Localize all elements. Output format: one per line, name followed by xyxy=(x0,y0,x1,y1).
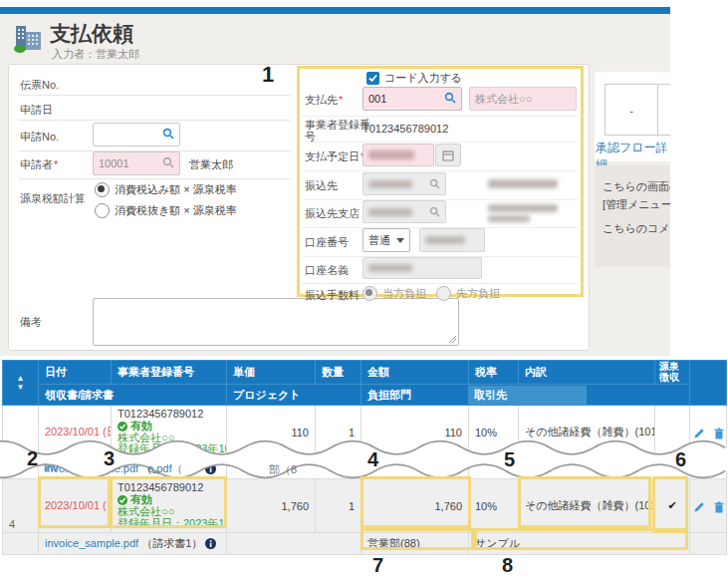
col-header-actions xyxy=(690,361,727,406)
row-withholding-check: ✔ xyxy=(655,479,690,533)
branch-label: 振込先支店 xyxy=(305,206,360,221)
col-header-tax-rate: 税率 xyxy=(469,361,519,385)
required-mark: * xyxy=(54,158,58,170)
col-header-receipt: 領収書/請求書 xyxy=(39,385,227,406)
divider xyxy=(18,120,291,121)
search-icon xyxy=(429,178,440,189)
account-name-label: 口座名義 xyxy=(305,263,349,278)
col-header-amount: 金額 xyxy=(362,361,469,385)
page-subtitle: 入力者：営業太郎 xyxy=(52,47,139,62)
divider xyxy=(18,95,291,96)
row-project xyxy=(227,533,362,555)
row-dept: 営業部(88) xyxy=(362,533,469,555)
hidden-row-fragment: inv xyxy=(44,461,58,473)
business-reg-label: 事業者登録番 号 xyxy=(305,119,370,143)
payee-name-input[interactable]: 株式会社○○ xyxy=(469,87,577,111)
table-row: 4 2023/10/01 (日) T0123456789012 有効 株式会社○… xyxy=(3,479,727,533)
approval-box-cell: - xyxy=(606,85,658,137)
annotation-8: 8 xyxy=(502,554,513,577)
divider xyxy=(302,170,579,171)
payee-label: 支払先* xyxy=(305,93,343,108)
comment-line: [管理メニュー＞シス xyxy=(603,197,670,212)
divider xyxy=(302,116,579,117)
code-input-checkbox[interactable]: コード入力する xyxy=(366,71,462,86)
hidden-row-fragment: e.pdf（ xyxy=(147,461,182,476)
sort-asc-icon[interactable]: ▲ xyxy=(17,375,25,383)
divider xyxy=(18,178,291,179)
account-no-input[interactable] xyxy=(419,228,485,252)
row-partner: サンプル xyxy=(469,533,690,555)
row-qty: 1 xyxy=(316,479,362,533)
col-header-withholding: 源泉徴収 xyxy=(655,361,690,385)
checkbox-checked-icon[interactable] xyxy=(366,72,379,85)
account-name-input[interactable] xyxy=(363,257,482,279)
invoice-note: （請求書1） xyxy=(141,537,202,549)
search-icon[interactable] xyxy=(162,156,174,170)
col-header-date: 日付 xyxy=(39,361,112,385)
divider xyxy=(302,142,579,143)
info-icon[interactable] xyxy=(205,538,216,549)
col-header-qty: 数量 xyxy=(316,361,362,385)
withholding-calc-label: 源泉税額計算 xyxy=(20,191,86,206)
requester-code-input[interactable]: 10001 xyxy=(93,151,180,175)
withholding-option-2[interactable]: 消費税抜き額 × 源泉税率 xyxy=(95,203,237,218)
radio-selected-icon[interactable] xyxy=(95,182,110,197)
page-title: 支払依頼 xyxy=(50,20,133,48)
remarks-label: 備考 xyxy=(20,315,42,330)
payee-code-input[interactable]: 001 xyxy=(363,87,462,111)
col-header-partner: 取引先 xyxy=(469,385,690,406)
radio-icon[interactable] xyxy=(95,203,110,218)
approval-flow-box: - xyxy=(605,84,670,136)
divider xyxy=(302,283,579,284)
radio-selected-icon[interactable] xyxy=(363,286,377,301)
col-header-unit-price: 単価 xyxy=(227,361,316,385)
redacted-value xyxy=(488,215,530,222)
slip-no-label: 伝票No. xyxy=(20,78,59,93)
chevron-down-icon xyxy=(396,238,404,243)
redacted-value xyxy=(368,180,412,188)
bank-label: 振込先 xyxy=(305,178,338,193)
top-accent-bar xyxy=(0,7,670,14)
partner-header-highlight: 取引先 xyxy=(469,386,587,405)
payment-date-input[interactable] xyxy=(363,144,434,166)
row-date: 2023/10/01 (日) xyxy=(45,499,112,511)
row-company: 株式会社○○ xyxy=(118,506,220,518)
request-no-label: 申請No. xyxy=(20,130,59,145)
fee-label: 振込手数料 xyxy=(305,288,360,303)
resize-handle[interactable] xyxy=(448,335,457,344)
invoice-link[interactable]: invoice_sample.pdf xyxy=(45,537,138,549)
redacted-value xyxy=(488,204,558,212)
redacted-value xyxy=(425,236,465,244)
account-type-select[interactable]: 普通 xyxy=(363,228,410,252)
account-label: 口座番号 xyxy=(305,235,349,250)
fee-option-2[interactable]: 先方負担 xyxy=(436,286,500,301)
business-reg-value: T0123456789012 xyxy=(363,123,448,135)
delete-icon[interactable] xyxy=(713,501,725,515)
redacted-value xyxy=(488,179,558,188)
remarks-textarea[interactable] xyxy=(93,298,459,346)
radio-icon[interactable] xyxy=(436,286,451,301)
screen: 支払依頼 入力者：営業太郎 伝票No. 申請日 申請No. 申請者* 10001… xyxy=(0,0,728,579)
row-number: 4 xyxy=(9,518,15,530)
annotation-3: 3 xyxy=(104,447,115,470)
table-subrow: invoice_sample.pdf （請求書1） 営業部(88) サンプル xyxy=(3,533,727,555)
request-no-input[interactable] xyxy=(93,123,180,146)
search-icon[interactable] xyxy=(444,92,456,106)
row-tax-rate: 10% xyxy=(469,479,519,533)
calendar-button[interactable] xyxy=(435,144,461,166)
comment-line: こちらの画面の項目 xyxy=(603,179,670,194)
withholding-option-1[interactable]: 消費税込み額 × 源泉税率 xyxy=(95,182,237,197)
annotation-5: 5 xyxy=(504,448,515,471)
bank-input[interactable] xyxy=(363,172,446,195)
requester-label: 申請者* xyxy=(20,157,58,172)
branch-input[interactable] xyxy=(363,200,446,223)
fee-option-1[interactable]: 当方負担 xyxy=(363,286,426,301)
edit-icon[interactable] xyxy=(693,501,705,515)
col-header-detail: 内訳 xyxy=(519,361,655,385)
row-unit-price: 1,760 xyxy=(227,479,316,533)
col-header-project: プロジェクト xyxy=(227,385,362,406)
col-header-dept: 負担部門 xyxy=(362,385,469,406)
annotation-6: 6 xyxy=(675,448,686,471)
sort-desc-icon[interactable]: ▼ xyxy=(17,384,25,392)
search-icon[interactable] xyxy=(162,128,174,142)
